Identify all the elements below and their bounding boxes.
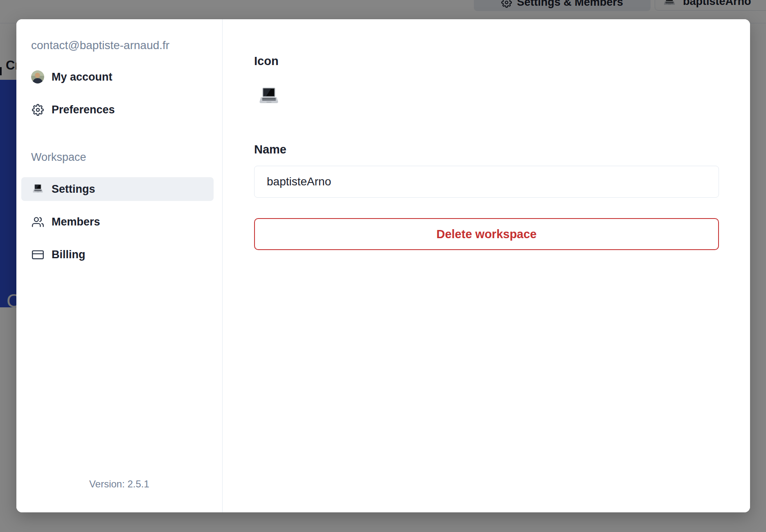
workspace-name-input[interactable] [254,166,719,198]
sidebar-item-label: Billing [52,248,86,261]
sidebar-item-my-account[interactable]: My account [21,65,214,89]
name-section-heading: Name [254,143,286,156]
sidebar-item-label: Settings [52,183,95,196]
sidebar-item-label: My account [52,71,113,83]
laptop-icon [31,183,44,196]
version-label: Version: 2.5.1 [16,478,222,490]
credit-card-icon [31,248,44,261]
sidebar-item-settings[interactable]: Settings [21,177,214,201]
workspace-settings-panel: Icon Name Delete workspace [223,19,750,512]
user-email: contact@baptiste-arnaud.fr [31,39,169,52]
settings-sidebar: contact@baptiste-arnaud.fr My account Pr… [16,19,223,512]
gear-icon [31,103,44,116]
users-icon [31,215,44,228]
delete-workspace-button[interactable]: Delete workspace [254,218,719,250]
sidebar-item-billing[interactable]: Billing [21,243,214,266]
workspace-icon-button[interactable] [257,85,282,109]
laptop-icon [257,85,282,109]
workspace-settings-modal: contact@baptiste-arnaud.fr My account Pr… [16,19,750,512]
sidebar-item-label: Members [52,216,100,228]
sidebar-item-label: Preferences [52,104,115,116]
sidebar-item-preferences[interactable]: Preferences [21,98,214,122]
workspace-section-heading: Workspace [31,151,86,164]
icon-section-heading: Icon [254,54,279,68]
avatar [31,70,44,83]
sidebar-item-members[interactable]: Members [21,210,214,234]
